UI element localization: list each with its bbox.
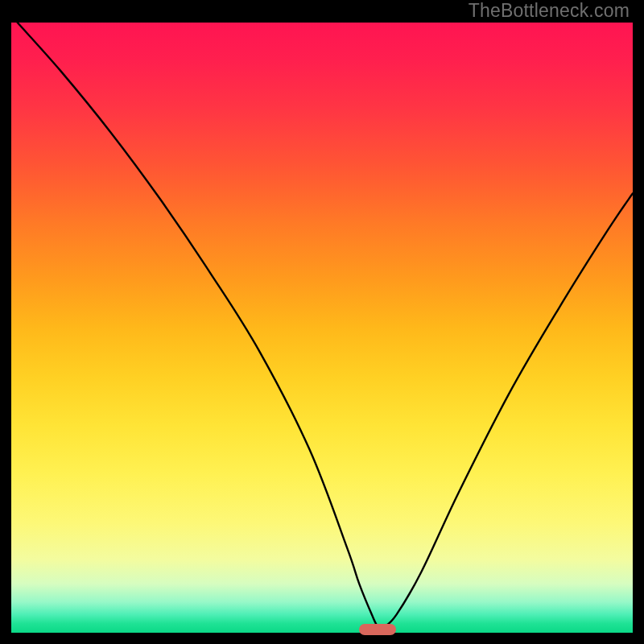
optimal-point-marker [359, 624, 396, 635]
watermark-text: TheBottleneck.com [469, 0, 630, 22]
bottleneck-curve [11, 23, 633, 633]
chart-plot-area [11, 23, 633, 633]
chart-frame [11, 14, 633, 633]
